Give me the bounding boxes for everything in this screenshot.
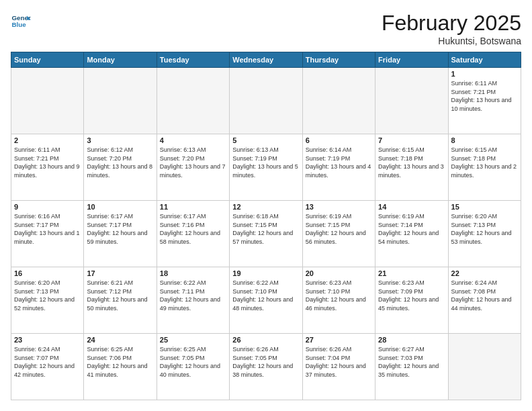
calendar-cell: 16Sunrise: 6:20 AMSunset: 7:13 PMDayligh… <box>11 267 84 334</box>
day-number: 4 <box>160 136 226 144</box>
day-number: 7 <box>378 136 445 144</box>
col-header-wednesday: Wednesday <box>230 52 302 68</box>
day-info: Sunrise: 6:26 AMSunset: 7:04 PMDaylight:… <box>306 345 372 379</box>
day-info: Sunrise: 6:25 AMSunset: 7:06 PMDaylight:… <box>87 345 153 379</box>
calendar-cell: 2Sunrise: 6:11 AMSunset: 7:21 PMDaylight… <box>11 134 84 201</box>
calendar-cell: 19Sunrise: 6:22 AMSunset: 7:10 PMDayligh… <box>230 267 302 334</box>
day-number: 16 <box>14 269 81 277</box>
day-number: 14 <box>378 203 445 211</box>
calendar-cell: 11Sunrise: 6:17 AMSunset: 7:16 PMDayligh… <box>157 201 229 267</box>
day-info: Sunrise: 6:11 AMSunset: 7:21 PMDaylight:… <box>14 146 81 179</box>
day-number: 28 <box>378 336 445 344</box>
day-number: 15 <box>451 203 518 211</box>
day-info: Sunrise: 6:22 AMSunset: 7:10 PMDaylight:… <box>232 279 299 312</box>
calendar-cell: 3Sunrise: 6:12 AMSunset: 7:20 PMDaylight… <box>84 134 157 201</box>
day-info: Sunrise: 6:12 AMSunset: 7:20 PMDaylight:… <box>87 146 153 179</box>
calendar-cell: 26Sunrise: 6:26 AMSunset: 7:05 PMDayligh… <box>230 334 302 400</box>
calendar-cell: 13Sunrise: 6:19 AMSunset: 7:15 PMDayligh… <box>302 201 375 267</box>
calendar-cell: 9Sunrise: 6:16 AMSunset: 7:17 PMDaylight… <box>11 201 84 267</box>
day-info: Sunrise: 6:24 AMSunset: 7:08 PMDaylight:… <box>451 279 518 312</box>
calendar-cell <box>230 68 302 134</box>
location-subtitle: Hukuntsi, Botswana <box>382 36 521 46</box>
calendar-cell: 17Sunrise: 6:21 AMSunset: 7:12 PMDayligh… <box>84 267 157 334</box>
month-year-title: February 2025 <box>382 11 521 36</box>
day-number: 27 <box>306 336 372 344</box>
day-number: 24 <box>87 336 153 344</box>
calendar-cell: 5Sunrise: 6:13 AMSunset: 7:19 PMDaylight… <box>230 134 302 201</box>
calendar-cell: 10Sunrise: 6:17 AMSunset: 7:17 PMDayligh… <box>84 201 157 267</box>
calendar-cell: 20Sunrise: 6:23 AMSunset: 7:10 PMDayligh… <box>302 267 375 334</box>
day-info: Sunrise: 6:19 AMSunset: 7:15 PMDaylight:… <box>306 212 372 246</box>
day-info: Sunrise: 6:25 AMSunset: 7:05 PMDaylight:… <box>160 345 226 379</box>
calendar-cell: 23Sunrise: 6:24 AMSunset: 7:07 PMDayligh… <box>11 334 84 400</box>
calendar-cell <box>448 334 521 400</box>
day-number: 2 <box>14 136 81 144</box>
day-number: 6 <box>306 136 372 144</box>
col-header-thursday: Thursday <box>302 52 375 68</box>
day-info: Sunrise: 6:24 AMSunset: 7:07 PMDaylight:… <box>14 345 81 379</box>
calendar-cell <box>84 68 157 134</box>
calendar-cell: 27Sunrise: 6:26 AMSunset: 7:04 PMDayligh… <box>302 334 375 400</box>
day-number: 8 <box>451 136 518 144</box>
day-number: 19 <box>232 269 299 277</box>
col-header-sunday: Sunday <box>11 52 84 68</box>
calendar-cell: 24Sunrise: 6:25 AMSunset: 7:06 PMDayligh… <box>84 334 157 400</box>
calendar-cell <box>302 68 375 134</box>
day-number: 22 <box>451 269 518 277</box>
day-number: 21 <box>378 269 445 277</box>
calendar-cell: 8Sunrise: 6:15 AMSunset: 7:18 PMDaylight… <box>448 134 521 201</box>
day-info: Sunrise: 6:17 AMSunset: 7:16 PMDaylight:… <box>160 212 226 246</box>
day-info: Sunrise: 6:11 AMSunset: 7:21 PMDaylight:… <box>451 79 518 113</box>
day-info: Sunrise: 6:23 AMSunset: 7:09 PMDaylight:… <box>378 279 445 312</box>
day-number: 11 <box>160 203 226 211</box>
title-block: February 2025 Hukuntsi, Botswana <box>382 11 521 46</box>
calendar-week-2: 9Sunrise: 6:16 AMSunset: 7:17 PMDaylight… <box>11 201 521 267</box>
calendar-cell: 21Sunrise: 6:23 AMSunset: 7:09 PMDayligh… <box>375 267 448 334</box>
day-number: 5 <box>232 136 299 144</box>
calendar-week-3: 16Sunrise: 6:20 AMSunset: 7:13 PMDayligh… <box>11 267 521 334</box>
day-info: Sunrise: 6:18 AMSunset: 7:15 PMDaylight:… <box>232 212 299 246</box>
day-info: Sunrise: 6:20 AMSunset: 7:13 PMDaylight:… <box>451 212 518 246</box>
day-info: Sunrise: 6:26 AMSunset: 7:05 PMDaylight:… <box>232 345 299 379</box>
logo-icon: General Blue <box>11 11 31 31</box>
day-number: 17 <box>87 269 153 277</box>
day-info: Sunrise: 6:23 AMSunset: 7:10 PMDaylight:… <box>306 279 372 312</box>
day-info: Sunrise: 6:22 AMSunset: 7:11 PMDaylight:… <box>160 279 226 312</box>
col-header-saturday: Saturday <box>448 52 521 68</box>
day-info: Sunrise: 6:14 AMSunset: 7:19 PMDaylight:… <box>306 146 372 179</box>
svg-text:Blue: Blue <box>12 21 27 28</box>
calendar-cell: 18Sunrise: 6:22 AMSunset: 7:11 PMDayligh… <box>157 267 229 334</box>
day-info: Sunrise: 6:27 AMSunset: 7:03 PMDaylight:… <box>378 345 445 379</box>
day-number: 12 <box>232 203 299 211</box>
col-header-tuesday: Tuesday <box>157 52 229 68</box>
day-info: Sunrise: 6:13 AMSunset: 7:20 PMDaylight:… <box>160 146 226 179</box>
day-number: 10 <box>87 203 153 211</box>
day-info: Sunrise: 6:15 AMSunset: 7:18 PMDaylight:… <box>378 146 445 179</box>
day-number: 18 <box>160 269 226 277</box>
day-number: 26 <box>232 336 299 344</box>
calendar-table: SundayMondayTuesdayWednesdayThursdayFrid… <box>11 52 521 400</box>
day-number: 3 <box>87 136 153 144</box>
calendar-cell: 25Sunrise: 6:25 AMSunset: 7:05 PMDayligh… <box>157 334 229 400</box>
day-number: 20 <box>306 269 372 277</box>
day-info: Sunrise: 6:19 AMSunset: 7:14 PMDaylight:… <box>378 212 445 246</box>
day-info: Sunrise: 6:17 AMSunset: 7:17 PMDaylight:… <box>87 212 153 246</box>
logo: General Blue <box>11 11 31 31</box>
day-number: 23 <box>14 336 81 344</box>
calendar-cell <box>157 68 229 134</box>
day-info: Sunrise: 6:21 AMSunset: 7:12 PMDaylight:… <box>87 279 153 312</box>
day-number: 25 <box>160 336 226 344</box>
calendar-week-4: 23Sunrise: 6:24 AMSunset: 7:07 PMDayligh… <box>11 334 521 400</box>
header: General Blue February 2025 Hukuntsi, Bot… <box>11 11 521 46</box>
day-info: Sunrise: 6:15 AMSunset: 7:18 PMDaylight:… <box>451 146 518 179</box>
calendar-cell: 22Sunrise: 6:24 AMSunset: 7:08 PMDayligh… <box>448 267 521 334</box>
calendar-cell: 14Sunrise: 6:19 AMSunset: 7:14 PMDayligh… <box>375 201 448 267</box>
col-header-monday: Monday <box>84 52 157 68</box>
calendar-cell: 7Sunrise: 6:15 AMSunset: 7:18 PMDaylight… <box>375 134 448 201</box>
day-info: Sunrise: 6:13 AMSunset: 7:19 PMDaylight:… <box>232 146 299 179</box>
calendar-cell <box>11 68 84 134</box>
day-number: 13 <box>306 203 372 211</box>
calendar-cell <box>375 68 448 134</box>
calendar-page: General Blue February 2025 Hukuntsi, Bot… <box>0 0 532 411</box>
calendar-week-1: 2Sunrise: 6:11 AMSunset: 7:21 PMDaylight… <box>11 134 521 201</box>
